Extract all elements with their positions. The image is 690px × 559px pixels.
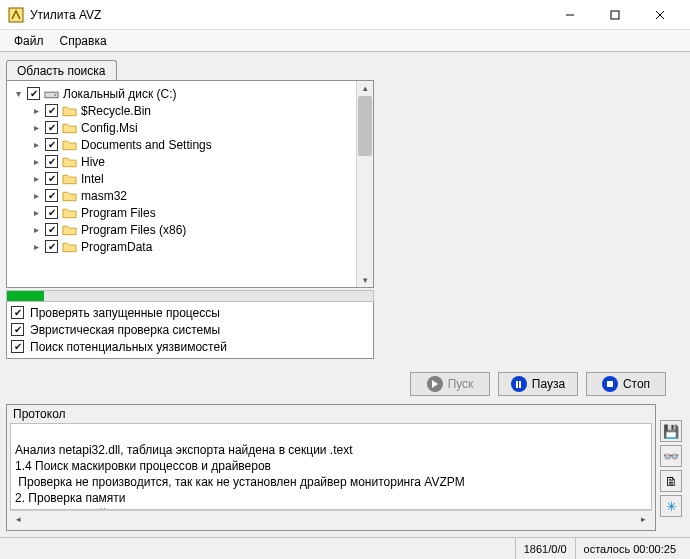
expand-icon[interactable]: ▸ (31, 139, 42, 150)
protocol-title: Протокол (7, 405, 655, 423)
checkbox[interactable] (45, 223, 58, 236)
maximize-button[interactable] (592, 0, 637, 29)
folder-icon (62, 172, 77, 186)
status-remaining: осталось 00:00:25 (575, 538, 684, 559)
stop-button[interactable]: Стоп (586, 372, 666, 396)
checkbox[interactable] (27, 87, 40, 100)
close-button[interactable] (637, 0, 682, 29)
checkbox[interactable] (45, 155, 58, 168)
expand-icon[interactable]: ▸ (31, 173, 42, 184)
view-log-button[interactable]: 👓 (660, 445, 682, 467)
scan-options: Проверять запущенные процессы Эвристичес… (6, 302, 374, 359)
scroll-thumb[interactable] (358, 96, 372, 156)
app-icon (8, 7, 24, 23)
collapse-icon[interactable]: ▾ (13, 88, 24, 99)
checkbox[interactable] (11, 306, 24, 319)
folder-icon (62, 206, 77, 220)
copy-log-button[interactable]: 🗎 (660, 470, 682, 492)
status-bar: 1861/0/0 осталось 00:00:25 (0, 537, 690, 559)
protocol-panel: Протокол Анализ netapi32.dll, таблица эк… (6, 404, 656, 531)
checkbox[interactable] (45, 206, 58, 219)
start-button[interactable]: Пуск (410, 372, 490, 396)
scan-tree: ▾ Локальный диск (C:) ▸$Recycle.Bin ▸Con… (6, 80, 374, 288)
protocol-log[interactable]: Анализ netapi32.dll, таблица экспорта на… (10, 423, 652, 510)
tree-root[interactable]: ▾ Локальный диск (C:) (7, 85, 373, 102)
tree-item[interactable]: ▸ProgramData (7, 238, 373, 255)
menu-bar: Файл Справка (0, 30, 690, 52)
folder-icon (62, 155, 77, 169)
menu-file[interactable]: Файл (6, 32, 52, 50)
folder-icon (62, 240, 77, 254)
tree-item[interactable]: ▸Program Files (x86) (7, 221, 373, 238)
window-titlebar: Утилита AVZ (0, 0, 690, 30)
gear-icon: ✳ (666, 499, 677, 514)
opt-vulnerabilities[interactable]: Поиск потенциальных уязвимостей (11, 338, 369, 355)
window-title: Утилита AVZ (30, 8, 547, 22)
svg-rect-2 (611, 11, 619, 19)
checkbox[interactable] (45, 104, 58, 117)
scan-progress (6, 290, 374, 302)
folder-icon (62, 189, 77, 203)
pause-button[interactable]: Пауза (498, 372, 578, 396)
protocol-toolbar: 💾 👓 🗎 ✳ (660, 404, 684, 531)
document-icon: 🗎 (665, 474, 678, 489)
folder-icon (62, 223, 77, 237)
minimize-button[interactable] (547, 0, 592, 29)
save-icon: 💾 (663, 424, 679, 439)
tree-item[interactable]: ▸masm32 (7, 187, 373, 204)
expand-icon[interactable]: ▸ (31, 207, 42, 218)
menu-help[interactable]: Справка (52, 32, 115, 50)
expand-icon[interactable]: ▸ (31, 224, 42, 235)
tree-item[interactable]: ▸Program Files (7, 204, 373, 221)
progress-fill (7, 291, 44, 301)
scroll-right-icon[interactable]: ▸ (635, 511, 652, 527)
checkbox[interactable] (45, 240, 58, 253)
glasses-icon: 👓 (663, 449, 679, 464)
save-log-button[interactable]: 💾 (660, 420, 682, 442)
checkbox[interactable] (11, 340, 24, 353)
settings-button[interactable]: ✳ (660, 495, 682, 517)
expand-icon[interactable]: ▸ (31, 122, 42, 133)
scroll-up-icon[interactable]: ▴ (357, 81, 373, 95)
checkbox[interactable] (45, 138, 58, 151)
scroll-down-icon[interactable]: ▾ (357, 273, 373, 287)
opt-heuristic[interactable]: Эвристическая проверка системы (11, 321, 369, 338)
tree-root-label: Локальный диск (C:) (63, 87, 177, 101)
stop-icon (602, 376, 618, 392)
folder-icon (62, 121, 77, 135)
tree-item[interactable]: ▸Documents and Settings (7, 136, 373, 153)
opt-check-processes[interactable]: Проверять запущенные процессы (11, 304, 369, 321)
tab-scan-area[interactable]: Область поиска (6, 60, 117, 81)
expand-icon[interactable]: ▸ (31, 241, 42, 252)
expand-icon[interactable]: ▸ (31, 156, 42, 167)
protocol-hscroll[interactable]: ◂ ▸ (10, 510, 652, 527)
scroll-left-icon[interactable]: ◂ (10, 511, 27, 527)
tree-item[interactable]: ▸Intel (7, 170, 373, 187)
drive-icon (44, 87, 59, 101)
play-icon (427, 376, 443, 392)
checkbox[interactable] (45, 189, 58, 202)
tree-scrollbar[interactable]: ▴ ▾ (356, 81, 373, 287)
checkbox[interactable] (45, 121, 58, 134)
expand-icon[interactable]: ▸ (31, 105, 42, 116)
checkbox[interactable] (45, 172, 58, 185)
status-counts: 1861/0/0 (515, 538, 575, 559)
folder-icon (62, 138, 77, 152)
checkbox[interactable] (11, 323, 24, 336)
tree-item[interactable]: ▸Config.Msi (7, 119, 373, 136)
tree-item[interactable]: ▸$Recycle.Bin (7, 102, 373, 119)
folder-icon (62, 104, 77, 118)
tree-item[interactable]: ▸Hive (7, 153, 373, 170)
pause-icon (511, 376, 527, 392)
expand-icon[interactable]: ▸ (31, 190, 42, 201)
svg-point-6 (54, 94, 56, 96)
